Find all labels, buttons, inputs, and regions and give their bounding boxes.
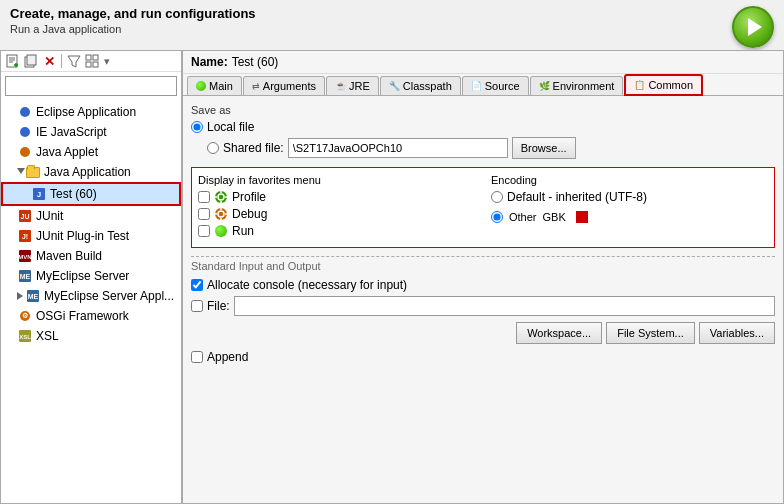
- allocate-console-label: Allocate console (necessary for input): [207, 278, 407, 292]
- new-config-icon[interactable]: [5, 53, 21, 69]
- local-file-radio[interactable]: [191, 121, 203, 133]
- sidebar-item-eclipse-app[interactable]: Eclipse Application: [1, 102, 181, 122]
- variables-button[interactable]: Variables...: [699, 322, 775, 344]
- main-content: ✕ ▾ Eclipse Application: [0, 50, 784, 504]
- myeclipse-server-icon: ME: [17, 268, 33, 284]
- env-tab-icon: 🌿: [539, 81, 550, 91]
- standard-io-label: Standard Input and Output: [191, 256, 775, 272]
- osgi-icon: ⚙: [17, 308, 33, 324]
- expand-arrow-appl-icon: [17, 292, 25, 300]
- duplicate-config-icon[interactable]: [23, 53, 39, 69]
- dialog-subtitle: Run a Java application: [10, 23, 256, 35]
- sidebar-item-ie-js[interactable]: IE JavaScript: [1, 122, 181, 142]
- default-encoding-radio[interactable]: [491, 191, 503, 203]
- profile-checkbox[interactable]: [198, 191, 210, 203]
- shared-file-input[interactable]: [288, 138, 508, 158]
- svg-text:ME: ME: [20, 273, 31, 280]
- local-file-label: Local file: [207, 120, 254, 134]
- tab-source-label: Source: [485, 80, 520, 92]
- dialog-title: Create, manage, and run configurations: [10, 6, 256, 21]
- workspace-button[interactable]: Workspace...: [516, 322, 602, 344]
- sidebar-item-osgi[interactable]: ⚙ OSGi Framework: [1, 306, 181, 326]
- sidebar-item-java-applet[interactable]: Java Applet: [1, 142, 181, 162]
- tab-classpath[interactable]: 🔧 Classpath: [380, 76, 461, 95]
- svg-text:ME: ME: [28, 293, 39, 300]
- allocate-console-checkbox[interactable]: [191, 279, 203, 291]
- junit-plugin-icon: J!: [17, 228, 33, 244]
- sidebar-item-label: Eclipse Application: [36, 105, 136, 119]
- svg-rect-7: [27, 55, 36, 65]
- test-java-icon: J: [31, 186, 47, 202]
- sidebar-item-label: Maven Build: [36, 249, 102, 263]
- sidebar-item-junit[interactable]: JU JUnit: [1, 206, 181, 226]
- sidebar-item-label: XSL: [36, 329, 59, 343]
- ie-js-icon: [17, 124, 33, 140]
- default-encoding-label: Default - inherited (UTF-8): [507, 190, 647, 204]
- tab-environment[interactable]: 🌿 Environment: [530, 76, 624, 95]
- tabs-row: Main ⇄ Arguments ☕ JRE 🔧 Classpath 📄 Sou…: [183, 74, 783, 96]
- default-encoding-row: Default - inherited (UTF-8): [491, 190, 768, 204]
- sidebar-item-myeclipse-appl[interactable]: ME MyEclipse Server Appl...: [1, 286, 181, 306]
- sidebar-item-myeclipse-server[interactable]: ME MyEclipse Server: [1, 266, 181, 286]
- tab-arguments[interactable]: ⇄ Arguments: [243, 76, 325, 95]
- common-tab-icon: 📋: [634, 80, 645, 90]
- xsl-icon: XSL: [17, 328, 33, 344]
- sidebar-item-test-60[interactable]: J Test (60): [1, 182, 181, 206]
- tab-common[interactable]: 📋 Common: [624, 74, 703, 96]
- debug-checkbox[interactable]: [198, 208, 210, 220]
- debug-checkbox-row: Debug: [198, 207, 475, 221]
- encoding-radio-group: Default - inherited (UTF-8) Other GBK: [491, 190, 768, 223]
- sidebar-item-maven[interactable]: MVN Maven Build: [1, 246, 181, 266]
- tab-jre[interactable]: ☕ JRE: [326, 76, 379, 95]
- svg-text:MVN: MVN: [18, 254, 31, 260]
- tab-common-label: Common: [648, 79, 693, 91]
- shared-file-row: Shared file: Browse...: [207, 137, 775, 159]
- run-button[interactable]: [732, 6, 774, 48]
- tab-main[interactable]: Main: [187, 76, 242, 95]
- browse-button[interactable]: Browse...: [512, 137, 576, 159]
- file-checkbox[interactable]: [191, 300, 203, 312]
- tab-source[interactable]: 📄 Source: [462, 76, 529, 95]
- shared-file-radio[interactable]: [207, 142, 219, 154]
- sidebar-item-java-application[interactable]: Java Application: [1, 162, 181, 182]
- svg-marker-8: [68, 56, 80, 67]
- run-checkbox[interactable]: [198, 225, 210, 237]
- filter-icon[interactable]: [66, 53, 82, 69]
- svg-rect-12: [93, 62, 98, 67]
- delete-config-icon[interactable]: ✕: [41, 53, 57, 69]
- sidebar-item-xsl[interactable]: XSL XSL: [1, 326, 181, 346]
- append-row: Append: [191, 350, 775, 364]
- encoding-color-swatch[interactable]: [576, 211, 588, 223]
- save-as-label: Save as: [191, 104, 775, 116]
- other-encoding-radio[interactable]: [491, 211, 503, 223]
- collapse-all-icon[interactable]: [84, 53, 100, 69]
- append-checkbox[interactable]: [191, 351, 203, 363]
- local-file-row: Local file: [191, 120, 775, 134]
- file-input[interactable]: [234, 296, 775, 316]
- sidebar-item-label: MyEclipse Server Appl...: [44, 289, 174, 303]
- svg-text:XSL: XSL: [19, 334, 31, 340]
- src-tab-icon: 📄: [471, 81, 482, 91]
- sidebar-item-label: Test (60): [50, 187, 97, 201]
- search-input[interactable]: [5, 76, 177, 96]
- encoding-section: Encoding Default - inherited (UTF-8) Oth…: [491, 174, 768, 241]
- sidebar-item-label: JUnit: [36, 209, 63, 223]
- sidebar-item-junit-plugin[interactable]: J! JUnit Plug-in Test: [1, 226, 181, 246]
- svg-text:J: J: [37, 190, 41, 199]
- other-encoding-label: Other: [509, 211, 537, 223]
- panel-content: Save as Local file Shared file: Browse..…: [183, 96, 783, 503]
- append-label: Append: [207, 350, 248, 364]
- run-checkbox-row: Run: [198, 224, 475, 238]
- sidebar: ✕ ▾ Eclipse Application: [0, 50, 182, 504]
- svg-rect-9: [86, 55, 91, 60]
- config-name-value: Test (60): [232, 55, 279, 69]
- args-tab-icon: ⇄: [252, 81, 260, 91]
- jre-tab-icon: ☕: [335, 81, 346, 91]
- main-tab-icon: [196, 81, 206, 91]
- name-row: Name: Test (60): [183, 51, 783, 74]
- file-row: File:: [191, 296, 775, 316]
- file-system-button[interactable]: File System...: [606, 322, 695, 344]
- tab-main-label: Main: [209, 80, 233, 92]
- sidebar-tree: Eclipse Application IE JavaScript Java A…: [1, 100, 181, 503]
- dropdown-arrow-icon[interactable]: ▾: [104, 55, 110, 68]
